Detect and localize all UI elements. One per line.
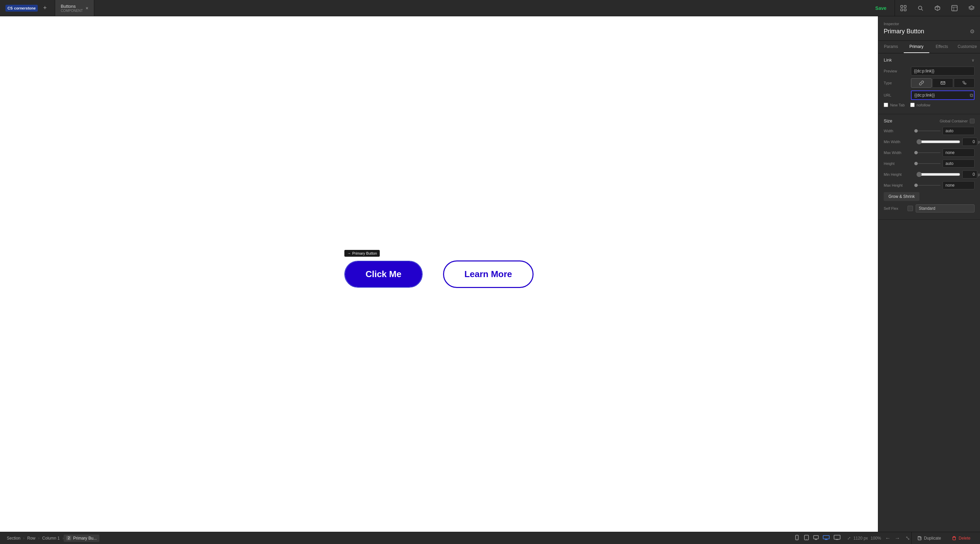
panel-title: Primary Button: [884, 28, 924, 35]
tab-title: Buttons: [60, 4, 76, 9]
breadcrumb-row[interactable]: Row: [24, 534, 38, 542]
width-label: Width: [884, 129, 914, 133]
layout-icon: [951, 5, 958, 11]
max-width-slider-track[interactable]: [914, 152, 940, 153]
tab-params[interactable]: Params: [878, 41, 904, 53]
min-width-row: Min Width px: [884, 138, 975, 146]
size-section: Size Global Container Width Min Width px: [878, 114, 980, 220]
svg-line-5: [921, 9, 923, 11]
svg-rect-24: [834, 535, 840, 539]
desktop-device-icon: [813, 535, 819, 540]
min-width-label: Min Width: [884, 140, 914, 144]
nofollow-label: nofollow: [917, 103, 930, 107]
height-value[interactable]: [943, 159, 975, 168]
min-height-label: Min Height: [884, 172, 914, 176]
inspector-panel: Inspector Primary Button ⚙ Params Primar…: [878, 16, 980, 532]
desktop-icon[interactable]: [813, 535, 819, 542]
desktop-wide-icon[interactable]: [823, 535, 830, 542]
new-tab-checkbox[interactable]: [884, 103, 888, 107]
breadcrumb-active[interactable]: 2 Primary Bu...: [64, 534, 99, 542]
open-button[interactable]: ⤡: [904, 534, 911, 542]
device-icons: [794, 535, 840, 542]
min-height-slider[interactable]: [916, 172, 960, 177]
redo-button[interactable]: →: [893, 534, 901, 542]
svg-point-4: [918, 6, 922, 10]
button-tag: → Primary Button: [344, 250, 380, 257]
logo-area: CS cornerstone +: [0, 0, 55, 16]
panel-title-row: Primary Button ⚙: [884, 28, 975, 35]
duplicate-button[interactable]: Duplicate: [912, 532, 946, 544]
search-icon-button[interactable]: [912, 0, 929, 16]
max-height-label: Max Height: [884, 183, 914, 187]
link-section-arrow[interactable]: ∨: [972, 58, 975, 63]
type-email-button[interactable]: [932, 78, 953, 88]
min-height-input[interactable]: [962, 170, 977, 179]
min-height-value-px: px: [962, 170, 980, 179]
height-slider-track[interactable]: [914, 163, 940, 164]
self-flex-checkbox[interactable]: [907, 206, 913, 211]
size-section-header: Size Global Container: [884, 118, 975, 124]
tab-primary[interactable]: Primary: [904, 41, 929, 53]
layout-icon-button[interactable]: [946, 0, 963, 16]
undo-button[interactable]: ←: [884, 534, 892, 542]
min-height-unit: px: [978, 172, 980, 176]
self-flex-label: Self Flex: [884, 206, 907, 211]
global-container-checkbox[interactable]: [970, 119, 975, 124]
grid-icon-button[interactable]: [895, 0, 912, 16]
svg-rect-3: [904, 9, 906, 11]
type-link-button[interactable]: [911, 78, 932, 88]
delete-label: Delete: [959, 536, 970, 541]
cube-icon-button[interactable]: [929, 0, 946, 16]
tab-effects[interactable]: Effects: [929, 41, 955, 53]
inspector-label: Inspector: [884, 22, 975, 26]
settings-icon[interactable]: ⚙: [970, 28, 975, 35]
delete-button[interactable]: Delete: [946, 532, 976, 544]
tab-customize[interactable]: Customize: [955, 41, 980, 53]
save-button[interactable]: Save: [867, 5, 894, 11]
mobile-icon[interactable]: [794, 535, 800, 542]
type-label: Type: [884, 81, 911, 85]
type-phone-button[interactable]: [954, 78, 975, 88]
max-height-slider-track[interactable]: [914, 185, 940, 186]
layers-icon-button[interactable]: [963, 0, 980, 16]
delete-icon: [952, 536, 956, 541]
new-tab-option[interactable]: New Tab: [884, 103, 905, 107]
duplicate-label: Duplicate: [924, 536, 941, 541]
new-tab-label: New Tab: [890, 103, 905, 107]
tv-icon[interactable]: [834, 535, 840, 542]
min-width-input[interactable]: [962, 138, 977, 146]
bottom-actions: Duplicate Delete: [911, 532, 976, 544]
width-slider-track[interactable]: [914, 130, 940, 131]
self-flex-value[interactable]: [916, 205, 975, 213]
email-icon: [940, 81, 945, 85]
tag-label: Primary Button: [352, 251, 377, 255]
click-me-button[interactable]: Click Me: [345, 262, 422, 287]
nofollow-option[interactable]: nofollow: [910, 103, 930, 107]
width-row: Width: [884, 127, 975, 135]
min-width-slider[interactable]: [916, 139, 960, 144]
max-height-row: Max Height: [884, 181, 975, 189]
grow-shrink-button[interactable]: Grow & Shrink: [884, 192, 920, 201]
expand-icon[interactable]: ⤢: [847, 536, 851, 541]
self-flex-row: Self Flex: [884, 205, 975, 213]
max-width-row: Max Width: [884, 149, 975, 157]
breadcrumb-column[interactable]: Column 1: [40, 534, 62, 542]
tablet-icon[interactable]: [804, 535, 809, 542]
breadcrumb-section[interactable]: Section: [4, 534, 23, 542]
svg-rect-0: [901, 5, 903, 8]
preview-input[interactable]: [911, 67, 975, 76]
search-icon: [917, 5, 924, 11]
learn-more-button[interactable]: Learn More: [443, 260, 533, 288]
max-width-value[interactable]: [943, 149, 975, 157]
active-tab[interactable]: Buttons COMPONENT ×: [55, 0, 94, 16]
new-tab-button[interactable]: +: [40, 5, 50, 11]
url-clear-button[interactable]: ⧉: [970, 92, 973, 98]
canvas-zoom: 100%: [871, 536, 881, 541]
max-height-value[interactable]: [943, 181, 975, 189]
url-input[interactable]: [911, 90, 975, 100]
nofollow-checkbox[interactable]: [910, 103, 915, 107]
width-value[interactable]: [943, 127, 975, 135]
link-icon: [919, 81, 924, 85]
primary-button-wrapper[interactable]: → Primary Button Click Me: [344, 261, 423, 288]
tab-close-button[interactable]: ×: [86, 5, 88, 11]
